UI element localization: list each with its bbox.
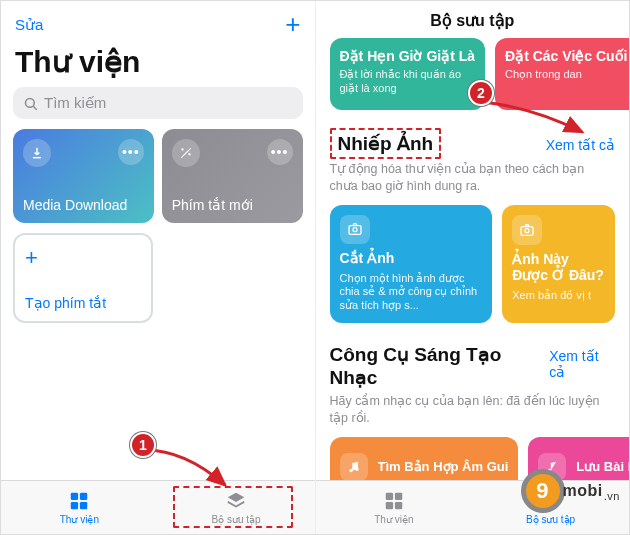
card-title: Ảnh Này Được Ở Đâu?: [512, 251, 605, 283]
svg-point-3: [182, 149, 183, 150]
card-title: Đặt Các Việc Cuối Tuần: [505, 48, 629, 64]
shortcut-cards-row: ••• Media Download ••• Phím tắt mới: [1, 129, 315, 223]
section-title-music: Công Cụ Sáng Tạo Nhạc: [330, 341, 550, 391]
tabbar-left: Thư viện Bộ sưu tập: [1, 480, 315, 534]
svg-rect-8: [80, 502, 87, 509]
create-shortcut-tile[interactable]: + Tạo phím tắt: [13, 233, 153, 323]
svg-point-13: [349, 468, 353, 472]
wand-icon: [172, 139, 200, 167]
svg-rect-6: [80, 493, 87, 500]
svg-point-12: [525, 228, 529, 232]
watermark-9mobi: 9 mobi .vn: [521, 469, 620, 513]
see-all-photo[interactable]: Xem tất cả: [546, 137, 615, 153]
add-button[interactable]: +: [285, 9, 300, 40]
card-where-photo[interactable]: Ảnh Này Được Ở Đâu? Xem bản đồ vị t: [502, 205, 615, 323]
search-input[interactable]: Tìm kiếm: [13, 87, 303, 119]
edit-button[interactable]: Sửa: [15, 16, 43, 34]
download-icon: [23, 139, 51, 167]
camera-icon: [340, 215, 370, 244]
section-sub-photo: Tự động hóa thư viện của bạn theo cách b…: [330, 161, 616, 195]
svg-point-10: [353, 228, 357, 232]
row-photo-cards: Cắt Ảnh Chọn một hình ảnh được chia sẻ &…: [330, 205, 616, 323]
svg-rect-9: [349, 226, 361, 235]
svg-rect-11: [521, 226, 533, 235]
card-title: Đặt Hẹn Giờ Giặt Là: [340, 48, 476, 64]
card-subtitle: Chọn một hình ảnh được chia sẻ & mở công…: [340, 272, 483, 313]
shortcut-media-download[interactable]: ••• Media Download: [13, 129, 154, 223]
section-head-music: Công Cụ Sáng Tạo Nhạc Xem tất cả: [330, 341, 616, 391]
svg-point-0: [26, 98, 35, 107]
card-label: Media Download: [23, 197, 144, 213]
watermark-text: mobi: [563, 482, 603, 500]
svg-rect-7: [71, 502, 78, 509]
tab-label: Thư viện: [374, 514, 413, 525]
card-subtitle: Xem bản đồ vị t: [512, 289, 605, 303]
tab-library[interactable]: Thư viện: [316, 481, 473, 534]
section-title-photo: Nhiếp Ảnh: [330, 128, 442, 159]
shortcut-new[interactable]: ••• Phím tắt mới: [162, 129, 303, 223]
tab-library[interactable]: Thư viện: [1, 481, 158, 534]
gallery-scroll[interactable]: Đặt Hẹn Giờ Giặt Là Đặt lời nhắc khi quầ…: [316, 38, 630, 534]
more-icon[interactable]: •••: [118, 139, 144, 165]
page-title: Thư viện: [1, 42, 315, 87]
card-label: Phím tắt mới: [172, 197, 293, 213]
create-label: Tạo phím tắt: [25, 295, 141, 311]
section-sub-music: Hãy cầm nhạc cụ của bạn lên: đã đến lúc …: [330, 393, 616, 427]
tab-label: Bộ sưu tập: [526, 514, 575, 525]
svg-rect-5: [71, 493, 78, 500]
grid-icon: [68, 490, 90, 512]
topbar: Sửa +: [1, 1, 315, 42]
tab-label: Bộ sưu tập: [212, 514, 261, 525]
grid-icon: [383, 490, 405, 512]
more-icon[interactable]: •••: [267, 139, 293, 165]
watermark-suffix: .vn: [604, 490, 620, 502]
svg-rect-18: [386, 502, 393, 509]
plus-icon: +: [25, 245, 141, 271]
layers-icon: [225, 490, 247, 512]
camera-icon: [512, 215, 542, 245]
gallery-header: Bộ sưu tập: [316, 1, 630, 38]
search-placeholder: Tìm kiếm: [44, 94, 106, 112]
section-head-photo: Nhiếp Ảnh Xem tất cả: [330, 128, 616, 159]
tab-label: Thư viện: [60, 514, 99, 525]
card-title: Cắt Ảnh: [340, 250, 483, 266]
card-subtitle: Chọn trong dan: [505, 68, 629, 82]
phone-right-gallery: Bộ sưu tập Đặt Hẹn Giờ Giặt Là Đặt lời n…: [316, 1, 630, 534]
watermark-digit: 9: [521, 469, 565, 513]
card-weekend-tasks[interactable]: Đặt Các Việc Cuối Tuần Chọn trong dan: [495, 38, 629, 110]
svg-point-14: [355, 467, 359, 471]
see-all-music[interactable]: Xem tất cả: [549, 348, 615, 380]
card-laundry-timer[interactable]: Đặt Hẹn Giờ Giặt Là Đặt lời nhắc khi quầ…: [330, 38, 486, 110]
card-title: Tìm Bản Hợp Âm Gui: [378, 459, 509, 474]
annotation-badge-2: 2: [468, 80, 494, 106]
phone-left-library: Sửa + Thư viện Tìm kiếm ••• Media Downlo…: [1, 1, 316, 534]
svg-line-1: [33, 106, 36, 109]
search-icon: [23, 96, 38, 111]
svg-rect-17: [395, 493, 402, 500]
svg-rect-16: [386, 493, 393, 500]
music-note-icon: [340, 453, 368, 481]
tab-gallery[interactable]: Bộ sưu tập: [158, 481, 315, 534]
card-subtitle: Đặt lời nhắc khi quần áo giặt là xong: [340, 68, 476, 96]
card-crop-image[interactable]: Cắt Ảnh Chọn một hình ảnh được chia sẻ &…: [330, 205, 493, 323]
svg-rect-19: [395, 502, 402, 509]
svg-point-4: [189, 154, 190, 155]
annotation-badge-1: 1: [130, 432, 156, 458]
